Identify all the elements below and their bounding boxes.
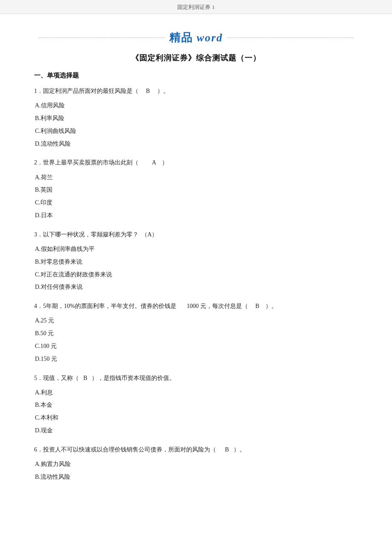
question-4-option-b: B.50 元: [34, 328, 358, 339]
question-2-option-c: C.印度: [34, 198, 358, 208]
header-banner: 精品 word: [34, 30, 358, 45]
question-3-option-a: A.假如利润率曲线为平: [34, 244, 358, 254]
question-1-option-a: A.信用风险: [34, 101, 358, 111]
question-2-text: 2．世界上最早买卖股票的市场出此刻（ A ）: [34, 157, 358, 168]
brand-text: 精品 word: [169, 30, 223, 45]
question-3-option-c: C.对正在流通的财政债券来说: [34, 270, 358, 280]
section-header: 一、单项选择题: [34, 72, 358, 80]
tab-title: 固定利润证券 1: [177, 4, 215, 10]
question-6-text: 6．投资人不可以快速或以合理价钱销售公司债券，所面对的风险为（ B ）。: [34, 444, 358, 455]
dashed-line-right: [227, 37, 354, 38]
page-content: 精品 word 《固定利润证券》综合测试题（一） 一、单项选择题 1．固定利润产…: [0, 14, 392, 508]
doc-title: 《固定利润证券》综合测试题（一）: [34, 53, 358, 63]
dashed-line-left: [38, 37, 165, 38]
question-6-option-a: A.购置力风险: [34, 459, 358, 469]
question-5-text: 5．现值，又称（ B ），是指钱币资本现值的价值。: [34, 373, 358, 383]
question-4-option-a: A.25 元: [34, 316, 358, 326]
question-4-text: 4．5年期，10%的票面利率，半年支付。债券的价钱是 1000 元，每次付息是（…: [34, 301, 358, 311]
question-6-option-b: B.流动性风险: [34, 472, 358, 482]
question-1-option-d: D.流动性风险: [34, 139, 358, 149]
question-3-text: 3．以下哪一种状况，零颠簸利差为零？ （A）: [34, 229, 358, 240]
question-5-option-a: A.利息: [34, 388, 358, 398]
question-1-answer: B: [146, 88, 150, 94]
question-2-option-b: B.英国: [34, 185, 358, 195]
question-3-option-d: D.对任何债券来说: [34, 282, 358, 292]
question-3: 3．以下哪一种状况，零颠簸利差为零？ （A） A.假如利润率曲线为平 B.对零息…: [34, 229, 358, 292]
question-5-option-b: B.本金: [34, 400, 358, 410]
question-1-text: 1．固定利润产品所面对的最狂风险是（ B ）。: [34, 86, 358, 96]
question-4-answer: B: [255, 303, 259, 309]
brand-chinese: 精品: [169, 32, 193, 44]
question-3-option-b: B.对零息债券来说: [34, 257, 358, 267]
question-5-option-d: D.现金: [34, 426, 358, 436]
question-6-answer: B: [225, 446, 229, 453]
brand-word-en: word: [197, 32, 223, 44]
question-2-answer: A: [152, 159, 156, 166]
question-1-option-c: C.利润曲线风险: [34, 126, 358, 136]
question-4-option-c: C.100 元: [34, 341, 358, 351]
question-6: 6．投资人不可以快速或以合理价钱销售公司债券，所面对的风险为（ B ）。 A.购…: [34, 444, 358, 482]
question-2-option-d: D.日本: [34, 210, 358, 221]
question-1: 1．固定利润产品所面对的最狂风险是（ B ）。 A.信用风险 B.利率风险 C.…: [34, 86, 358, 149]
question-4: 4．5年期，10%的票面利率，半年支付。债券的价钱是 1000 元，每次付息是（…: [34, 301, 358, 364]
question-5-option-c: C.本利和: [34, 413, 358, 423]
question-4-option-d: D.150 元: [34, 354, 358, 364]
question-2: 2．世界上最早买卖股票的市场出此刻（ A ） A.荷兰 B.英国 C.印度 D.…: [34, 157, 358, 220]
page-tab: 固定利润证券 1: [0, 0, 392, 14]
question-2-option-a: A.荷兰: [34, 173, 358, 183]
question-1-option-b: B.利率风险: [34, 113, 358, 124]
question-5-answer: B: [84, 375, 87, 381]
question-5: 5．现值，又称（ B ），是指钱币资本现值的价值。 A.利息 B.本金 C.本利…: [34, 373, 358, 436]
